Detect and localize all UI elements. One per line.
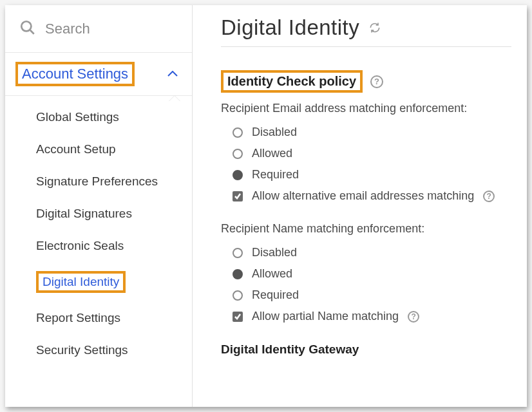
chevron-up-icon (167, 71, 178, 77)
svg-line-1 (30, 30, 34, 33)
checkbox-allow-alt-email[interactable]: Allow alternative email addresses matchi… (221, 185, 511, 207)
sidebar-item-label: Global Settings (36, 110, 119, 124)
help-icon[interactable]: ? (483, 191, 495, 202)
radio-email-allowed[interactable]: Allowed (221, 143, 511, 164)
sidebar-item-label: Digital Identity (43, 275, 119, 288)
sidebar-item-security-settings[interactable]: Security Settings (5, 334, 192, 366)
radio-icon (233, 290, 243, 301)
page-title-row: Digital Identity (221, 15, 511, 47)
radio-email-disabled[interactable]: Disabled (221, 122, 511, 143)
help-icon[interactable]: ? (370, 75, 383, 88)
radio-icon (233, 127, 243, 138)
option-label: Allowed (252, 267, 292, 281)
help-icon[interactable]: ? (408, 311, 419, 323)
sidebar-nav: Global Settings Account Setup Signature … (5, 96, 192, 366)
option-label: Disabled (252, 126, 297, 139)
sidebar-item-digital-signatures[interactable]: Digital Signatures (5, 198, 192, 230)
sidebar-item-label: Account Setup (36, 142, 116, 156)
sidebar-item-digital-identity[interactable]: Digital Identity (5, 262, 192, 302)
checkbox-label: Allow alternative email addresses matchi… (252, 189, 474, 203)
email-matching-label: Recipient Email address matching enforce… (221, 102, 511, 115)
sidebar-section-label: Account Settings (22, 66, 128, 82)
page-title: Digital Identity (221, 15, 359, 40)
search-placeholder: Search (45, 21, 90, 37)
option-label: Disabled (252, 246, 297, 259)
gateway-heading: Digital Identity Gateway (221, 342, 511, 357)
radio-icon (233, 269, 243, 279)
checkbox-icon (233, 312, 243, 322)
option-label: Required (252, 168, 299, 182)
sidebar-item-label: Digital Signatures (36, 207, 132, 221)
sidebar-item-label: Electronic Seals (36, 239, 124, 253)
highlight-account-settings: Account Settings (15, 62, 135, 86)
sidebar: Search Account Settings Global Settings … (5, 5, 193, 407)
name-matching-label: Recipient Name matching enforcement: (221, 222, 511, 236)
radio-name-allowed[interactable]: Allowed (221, 263, 511, 285)
sidebar-item-signature-preferences[interactable]: Signature Preferences (5, 165, 192, 198)
option-label: Allowed (252, 147, 292, 160)
svg-point-0 (21, 21, 31, 31)
checkbox-allow-partial-name[interactable]: Allow partial Name matching ? (221, 306, 511, 327)
radio-icon (233, 149, 243, 159)
sidebar-item-account-setup[interactable]: Account Setup (5, 133, 192, 165)
refresh-icon[interactable] (368, 21, 381, 34)
sidebar-item-label: Signature Preferences (36, 174, 158, 189)
option-label: Required (252, 288, 299, 302)
policy-heading-row: Identity Check policy ? (221, 70, 511, 93)
highlight-identity-check-policy: Identity Check policy (221, 70, 363, 93)
radio-email-required[interactable]: Required (221, 164, 511, 185)
sidebar-item-report-settings[interactable]: Report Settings (5, 302, 192, 334)
checkbox-label: Allow partial Name matching (252, 310, 399, 323)
app-frame: Search Account Settings Global Settings … (5, 5, 527, 407)
search-input[interactable]: Search (5, 5, 192, 53)
highlight-digital-identity: Digital Identity (36, 271, 126, 293)
sidebar-item-label: Security Settings (36, 343, 128, 357)
name-matching-group: Recipient Name matching enforcement: Dis… (221, 222, 511, 327)
sidebar-section-header[interactable]: Account Settings (5, 53, 192, 96)
sidebar-item-label: Report Settings (36, 311, 120, 325)
email-matching-group: Recipient Email address matching enforce… (221, 102, 511, 207)
indicator-arrow-icon (169, 95, 180, 101)
sidebar-item-electronic-seals[interactable]: Electronic Seals (5, 230, 192, 262)
checkbox-icon (233, 191, 243, 201)
radio-icon (233, 248, 243, 258)
radio-name-disabled[interactable]: Disabled (221, 242, 511, 263)
search-icon (19, 19, 36, 39)
sidebar-item-global-settings[interactable]: Global Settings (5, 101, 192, 133)
radio-name-required[interactable]: Required (221, 285, 511, 306)
main-panel: Digital Identity Identity Check policy ?… (193, 5, 527, 407)
policy-heading: Identity Check policy (227, 74, 356, 88)
radio-icon (233, 170, 243, 180)
